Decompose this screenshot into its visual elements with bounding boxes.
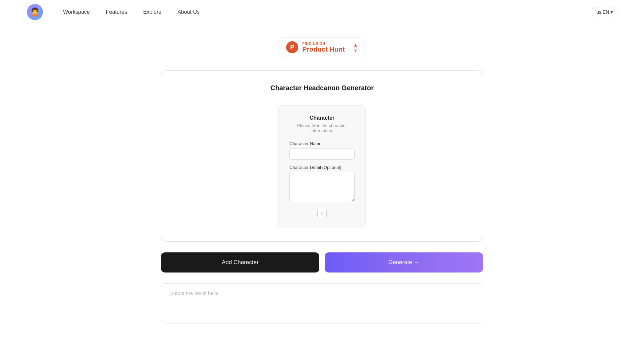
character-card: Character Please fill in the character i…	[278, 105, 366, 228]
character-detail-textarea[interactable]	[289, 172, 355, 202]
output-area: Output the result here	[161, 283, 483, 323]
character-card-subtitle: Please fill in the character information…	[289, 123, 355, 133]
close-icon: ×	[321, 211, 323, 216]
generate-button[interactable]: Generate →	[325, 252, 483, 273]
character-name-group: Character Name	[289, 141, 355, 160]
nav-workspace[interactable]: Workspace	[63, 9, 90, 15]
character-detail-label: Character Detail (Optional)	[289, 165, 355, 170]
nav-explore[interactable]: Explore	[143, 9, 161, 15]
remove-character-button[interactable]: ×	[317, 209, 327, 218]
language-selector[interactable]: us EN ▾	[592, 7, 617, 17]
product-hunt-upvote[interactable]: ▲ 9	[349, 42, 358, 53]
lang-label: us EN	[596, 9, 609, 15]
nav-about-us[interactable]: About Us	[177, 9, 200, 15]
product-hunt-logo: P	[286, 41, 298, 53]
product-hunt-find-label: FIND US ON	[302, 42, 345, 46]
nav-features[interactable]: Features	[106, 9, 127, 15]
product-hunt-banner[interactable]: P FIND US ON Product Hunt ▲ 9	[279, 38, 365, 57]
logo-area[interactable]: 🧑‍🦱	[27, 4, 43, 20]
main-nav: Workspace Features Explore About Us	[63, 9, 592, 15]
page-title: Character Headcanon Generator	[181, 84, 463, 92]
upvote-arrow-icon: ▲	[353, 42, 358, 48]
header: 🧑‍🦱 Workspace Features Explore About Us …	[0, 0, 644, 24]
character-name-label: Character Name	[289, 141, 355, 146]
add-character-button[interactable]: Add Character	[161, 252, 319, 273]
character-name-input[interactable]	[289, 148, 355, 160]
character-card-title: Character	[289, 115, 355, 121]
product-hunt-text: FIND US ON Product Hunt	[302, 42, 345, 53]
upvote-count: 9	[354, 48, 357, 53]
logo-icon: 🧑‍🦱	[27, 4, 43, 20]
main-content: P FIND US ON Product Hunt ▲ 9 Character …	[0, 24, 644, 344]
chevron-down-icon: ▾	[610, 9, 613, 15]
output-placeholder: Output the result here	[169, 290, 218, 296]
content-card: Character Headcanon Generator Character …	[161, 70, 483, 242]
character-detail-group: Character Detail (Optional)	[289, 165, 355, 203]
product-hunt-name: Product Hunt	[302, 46, 345, 53]
action-buttons: Add Character Generate →	[161, 252, 483, 273]
